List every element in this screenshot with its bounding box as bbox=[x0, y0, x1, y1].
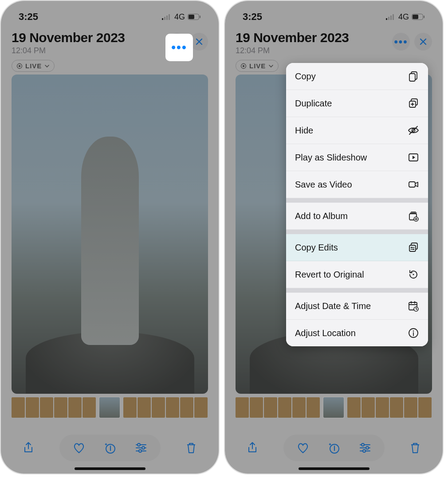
svg-rect-19 bbox=[424, 16, 424, 18]
svg-point-39 bbox=[413, 274, 414, 275]
signal-icon bbox=[162, 14, 172, 20]
live-icon bbox=[240, 63, 247, 69]
status-bar: 3:25 4G bbox=[225, 1, 443, 27]
phone-left: 3:25 4G 19 November 2023 12:04 PM ••• bbox=[0, 0, 220, 474]
menu-slideshow[interactable]: Play as Slideshow bbox=[286, 144, 428, 171]
menu-adjust-location[interactable]: Adjust Location bbox=[286, 320, 428, 346]
more-button[interactable]: ••• bbox=[392, 33, 410, 51]
svg-rect-0 bbox=[162, 18, 163, 20]
svg-point-12 bbox=[139, 450, 141, 452]
menu-label: Adjust Date & Time bbox=[295, 301, 371, 311]
battery-icon bbox=[412, 14, 425, 20]
svg-rect-3 bbox=[169, 14, 170, 20]
svg-rect-32 bbox=[409, 182, 415, 187]
thumbnail[interactable] bbox=[362, 397, 375, 418]
svg-point-11 bbox=[142, 447, 145, 449]
thumbnail-strip[interactable] bbox=[12, 397, 208, 418]
play-rect-icon bbox=[408, 152, 419, 163]
thumbnail[interactable] bbox=[138, 397, 151, 418]
live-label: LIVE bbox=[25, 62, 42, 70]
share-icon bbox=[246, 441, 259, 454]
thumbnail-strip[interactable] bbox=[236, 397, 432, 418]
thumbnail[interactable] bbox=[40, 397, 53, 418]
menu-label: Duplicate bbox=[295, 98, 332, 109]
svg-point-21 bbox=[243, 65, 245, 67]
info-circle-icon bbox=[408, 327, 419, 339]
menu-revert[interactable]: Revert to Original bbox=[286, 261, 428, 288]
thumbnail[interactable] bbox=[236, 397, 249, 418]
adjust-button[interactable] bbox=[355, 438, 375, 458]
menu-label: Copy bbox=[295, 71, 316, 82]
thumbnail[interactable] bbox=[123, 397, 137, 418]
date-title: 19 November 2023 bbox=[12, 30, 125, 45]
thumbnail-selected[interactable] bbox=[99, 397, 120, 418]
status-right: 4G bbox=[162, 12, 201, 22]
thumbnail[interactable] bbox=[347, 397, 361, 418]
info-button[interactable] bbox=[100, 438, 120, 458]
menu-label: Revert to Original bbox=[295, 270, 364, 280]
copy-edits-icon bbox=[408, 242, 419, 253]
heart-icon bbox=[72, 441, 86, 454]
menu-save-video[interactable]: Save as Video bbox=[286, 171, 428, 198]
chevron-down-icon bbox=[44, 63, 50, 69]
thumbnail[interactable] bbox=[307, 397, 320, 418]
menu-adjust-date[interactable]: Adjust Date & Time bbox=[286, 293, 428, 320]
home-indicator[interactable] bbox=[75, 467, 145, 470]
thumbnail[interactable] bbox=[404, 397, 417, 418]
live-badge[interactable]: LIVE bbox=[236, 60, 279, 72]
sliders-icon bbox=[134, 441, 148, 454]
status-time: 3:25 bbox=[19, 11, 38, 23]
menu-label: Hide bbox=[295, 125, 313, 136]
thumbnail[interactable] bbox=[26, 397, 39, 418]
thumbnail[interactable] bbox=[54, 397, 67, 418]
thumbnail[interactable] bbox=[83, 397, 96, 418]
thumbnail[interactable] bbox=[166, 397, 179, 418]
thumbnail[interactable] bbox=[264, 397, 277, 418]
thumbnail[interactable] bbox=[152, 397, 165, 418]
home-indicator[interactable] bbox=[299, 467, 369, 470]
thumbnail[interactable] bbox=[376, 397, 389, 418]
thumbnail[interactable] bbox=[12, 397, 25, 418]
svg-rect-6 bbox=[200, 16, 200, 18]
menu-copy[interactable]: Copy bbox=[286, 63, 428, 90]
photo-viewer[interactable] bbox=[12, 74, 208, 394]
share-button[interactable] bbox=[19, 438, 38, 458]
thumbnail[interactable] bbox=[292, 397, 306, 418]
close-icon bbox=[419, 38, 427, 46]
thumbnail[interactable] bbox=[250, 397, 263, 418]
revert-icon bbox=[408, 269, 419, 280]
share-icon bbox=[22, 441, 35, 454]
info-button[interactable] bbox=[324, 438, 344, 458]
thumbnail[interactable] bbox=[180, 397, 193, 418]
delete-button[interactable] bbox=[405, 438, 425, 458]
favorite-button[interactable] bbox=[69, 438, 89, 458]
live-badge[interactable]: LIVE bbox=[12, 60, 55, 72]
thumbnail[interactable] bbox=[418, 397, 432, 418]
menu-duplicate[interactable]: Duplicate bbox=[286, 90, 428, 117]
thumbnail[interactable] bbox=[390, 397, 403, 418]
album-add-icon bbox=[408, 210, 419, 222]
thumbnail[interactable] bbox=[68, 397, 82, 418]
thumbnail[interactable] bbox=[194, 397, 208, 418]
menu-label: Save as Video bbox=[295, 180, 352, 190]
thumbnail[interactable] bbox=[278, 397, 291, 418]
menu-add-album[interactable]: Add to Album bbox=[286, 203, 428, 230]
copy-icon bbox=[408, 71, 419, 82]
thumbnail-selected[interactable] bbox=[323, 397, 344, 418]
adjust-button[interactable] bbox=[131, 438, 151, 458]
menu-label: Adjust Location bbox=[295, 328, 356, 338]
more-button-highlight[interactable]: ••• bbox=[166, 35, 192, 60]
delete-button[interactable] bbox=[181, 438, 201, 458]
trash-icon bbox=[185, 441, 198, 454]
live-label: LIVE bbox=[249, 62, 266, 70]
svg-point-25 bbox=[363, 450, 365, 452]
close-button[interactable] bbox=[414, 33, 432, 51]
close-button[interactable] bbox=[190, 33, 208, 51]
favorite-button[interactable] bbox=[293, 438, 313, 458]
menu-copy-edits[interactable]: Copy Edits bbox=[286, 234, 428, 261]
network-label: 4G bbox=[398, 12, 409, 22]
share-button[interactable] bbox=[243, 438, 262, 458]
menu-hide[interactable]: Hide bbox=[286, 117, 428, 144]
svg-rect-1 bbox=[164, 17, 165, 20]
svg-point-10 bbox=[138, 443, 140, 446]
